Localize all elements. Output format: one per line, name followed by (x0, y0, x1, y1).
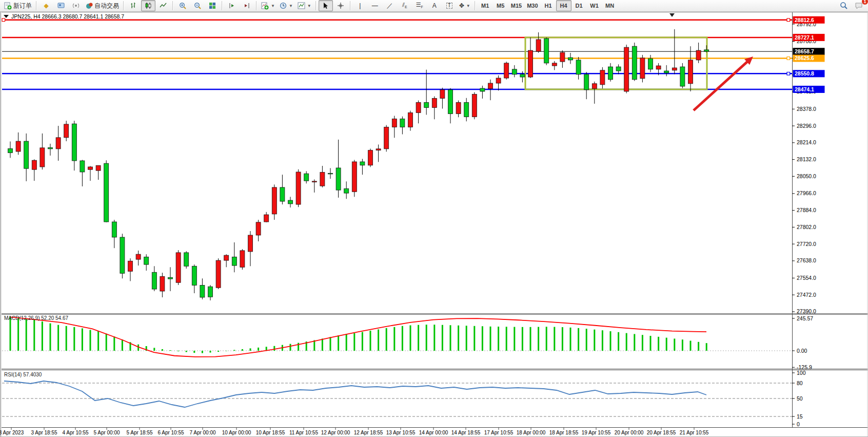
zoom-in-button[interactable] (175, 0, 190, 11)
time-axis-label: 10 Apr 18:55 (256, 430, 285, 435)
crosshair-button[interactable] (333, 0, 348, 11)
candle-body (392, 119, 397, 127)
time-axis-label: 4 Apr 10:55 (62, 430, 89, 435)
search-button[interactable] (837, 0, 851, 11)
candle-body (16, 141, 21, 151)
candle-body (520, 74, 525, 77)
crosshair-icon (337, 2, 344, 9)
time-axis-label: 10 Apr 00:00 (222, 430, 251, 435)
timeframe-group: M1M5M15M30H1H4D1W1MN (478, 0, 618, 11)
timeframe-m1[interactable]: M1 (478, 0, 493, 11)
time-axis-label: 11 Apr 10:55 (289, 430, 318, 435)
horizontal-line-button[interactable]: — (368, 0, 382, 11)
zoom-in-icon (179, 2, 187, 10)
candle-body (488, 83, 493, 89)
time-axis-label: 18 Apr 18:55 (549, 430, 579, 435)
timeframe-w1[interactable]: W1 (587, 0, 602, 11)
candle-body (704, 50, 709, 51)
candle-body (352, 162, 357, 192)
arrows-button[interactable]: ✥▼ (457, 0, 472, 11)
chat-button[interactable]: 1 (852, 0, 866, 11)
signals-button[interactable] (69, 0, 83, 11)
toolbar: 新订单 ◆ 自动交易 (0, 0, 868, 12)
timeframe-mn[interactable]: MN (602, 0, 618, 11)
rsi-tick-label: 100 (797, 370, 806, 376)
chart-shift-icon (243, 2, 250, 9)
market-watch-button[interactable]: ◆ (39, 0, 53, 11)
channel-icon: ⫽E (402, 2, 407, 9)
candle-body (528, 50, 533, 77)
rsi-indicator-label: RSI(14) 57.4030 (4, 372, 42, 377)
equidistant-channel-button[interactable]: ⫽E (398, 0, 412, 11)
time-axis-label: 6 Apr 10:55 (157, 430, 184, 435)
line-chart-icon (160, 2, 167, 9)
price-tick-label: 27966.0 (797, 190, 816, 196)
text-button[interactable]: A (427, 0, 442, 11)
auto-scroll-button[interactable] (225, 0, 239, 11)
timeframe-m5[interactable]: M5 (493, 0, 508, 11)
time-axis-label: 12 Apr 00:00 (321, 430, 350, 435)
trendline-icon: ／ (387, 3, 393, 9)
price-tick-label: 28214.0 (797, 139, 816, 145)
text-label-button[interactable]: T (442, 0, 457, 11)
candle-body (208, 287, 213, 297)
tile-windows-button[interactable] (205, 0, 220, 11)
candle-body (680, 67, 685, 86)
timeframe-m15[interactable]: M15 (508, 0, 524, 11)
timeframe-d1[interactable]: D1 (571, 0, 587, 11)
candlestick-chart-button[interactable] (141, 0, 155, 11)
candle-body (584, 74, 589, 90)
timeframe-m30[interactable]: M30 (524, 0, 540, 11)
macd-tick-label: 0.00 (797, 348, 807, 354)
separator (222, 1, 223, 10)
candle-body (576, 60, 581, 74)
chevron-down-icon: ▼ (271, 4, 275, 8)
candle-body (544, 39, 549, 63)
chat-bubble-icon (855, 2, 863, 10)
candle-body (616, 67, 621, 71)
price-tick-label: 27720.0 (797, 241, 816, 247)
candle-body (320, 172, 325, 186)
templates-button[interactable]: ▼ (295, 0, 313, 11)
depth-of-market-button[interactable] (54, 0, 68, 11)
trendline-button[interactable]: ／ (383, 0, 397, 11)
timeframe-h4[interactable]: H4 (556, 0, 571, 11)
candle-body (104, 163, 109, 222)
candle-body (504, 63, 509, 78)
chart-title: JPN225, H4 28666.3 28680.7 28641.1 28658… (11, 13, 124, 20)
line-chart-button[interactable] (156, 0, 170, 11)
zoom-out-icon (194, 2, 202, 10)
cursor-button[interactable] (319, 0, 333, 11)
timeframe-h1[interactable]: H1 (541, 0, 556, 11)
candle-body (192, 266, 196, 285)
time-axis-label: 17 Apr 10:55 (484, 430, 514, 435)
periods-button[interactable]: ▼ (278, 0, 295, 11)
fibonacci-button[interactable]: ☰F (412, 0, 427, 11)
candle-body (648, 59, 653, 69)
new-order-icon (4, 2, 12, 10)
chevron-down-icon: ▼ (466, 4, 470, 8)
auto-trading-button[interactable]: 自动交易 (84, 0, 121, 11)
candle-body (400, 119, 405, 127)
zoom-out-button[interactable] (190, 0, 205, 11)
separator (256, 1, 257, 10)
time-axis-label: 18 Apr 00:00 (517, 430, 546, 435)
price-tick-label: 27472.0 (797, 292, 816, 298)
rsi-tick-label: 50 (797, 395, 803, 402)
vertical-line-button[interactable]: | (353, 0, 367, 11)
candle-body (288, 200, 293, 204)
candle-body (64, 124, 69, 138)
candle-body (280, 187, 285, 201)
indicators-button[interactable]: ▼ (259, 0, 277, 11)
new-order-button[interactable]: 新订单 (2, 0, 34, 11)
horizontal-line-icon: — (372, 3, 378, 9)
bar-chart-button[interactable] (126, 0, 141, 11)
chart-shift-button[interactable] (240, 0, 254, 11)
candle-body (376, 149, 381, 150)
rsi-tick-label: 15 (797, 413, 803, 420)
new-order-label: 新订单 (13, 2, 32, 10)
candle-body (216, 260, 221, 288)
separator (475, 1, 476, 10)
chart-canvas[interactable]: 28792.028708.028626.028544.028462.028378… (0, 0, 868, 437)
candle-body (96, 165, 101, 170)
